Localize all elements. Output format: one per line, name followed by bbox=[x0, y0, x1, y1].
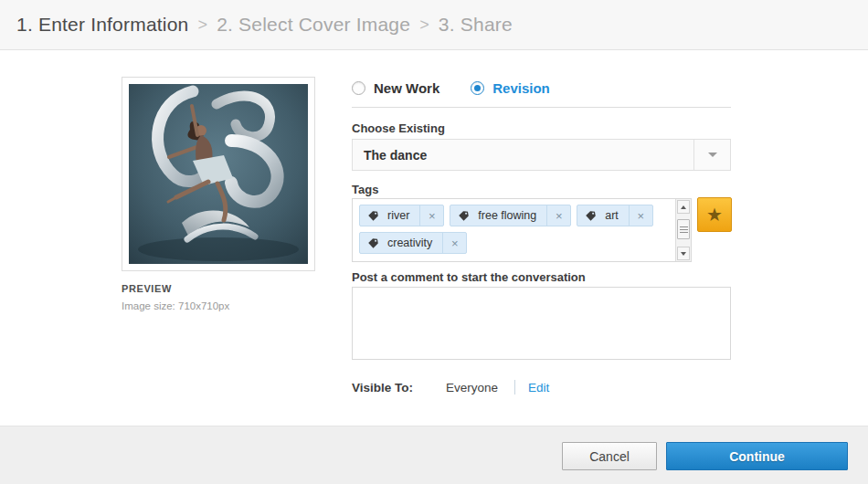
scroll-up-button[interactable] bbox=[677, 200, 690, 214]
chevron-down-icon bbox=[708, 153, 717, 157]
tag-remove-button[interactable]: × bbox=[546, 205, 570, 226]
tag-pill-free-flowing: free flowing × bbox=[450, 205, 571, 226]
tag-label: river bbox=[387, 209, 409, 222]
comment-label: Post a comment to start the conversation bbox=[352, 270, 586, 284]
tags-label: Tags bbox=[352, 183, 378, 196]
choose-existing-label: Choose Existing bbox=[352, 121, 445, 135]
tag-pill-creativity: creativity × bbox=[359, 232, 467, 254]
choose-existing-value: The dance bbox=[353, 148, 693, 163]
breadcrumb-separator: > bbox=[419, 16, 429, 35]
tag-remove-button[interactable]: × bbox=[419, 205, 443, 226]
tag-icon bbox=[458, 210, 470, 222]
tag-icon bbox=[585, 210, 597, 222]
radio-revision-circle[interactable] bbox=[471, 81, 484, 95]
tag-pill-body: art bbox=[577, 205, 629, 226]
scrollbar-grip-icon bbox=[680, 226, 688, 233]
preview-image bbox=[129, 84, 308, 264]
edit-visibility-link[interactable]: Edit bbox=[528, 381, 549, 395]
cancel-button[interactable]: Cancel bbox=[562, 442, 657, 470]
scroll-down-button[interactable] bbox=[677, 247, 690, 260]
form-divider bbox=[352, 107, 731, 108]
tag-icon bbox=[367, 237, 379, 249]
visible-to-value: Everyone bbox=[446, 381, 498, 395]
tag-label: free flowing bbox=[478, 209, 536, 222]
scrollbar-thumb[interactable] bbox=[677, 219, 690, 239]
continue-button[interactable]: Continue bbox=[666, 442, 848, 470]
preview-image-size: Image size: 710x710px bbox=[122, 300, 229, 311]
radio-revision-label: Revision bbox=[492, 80, 550, 96]
upload-wizard-page: 1. Enter Information > 2. Select Cover I… bbox=[0, 0, 868, 484]
radio-new-work[interactable]: New Work bbox=[352, 80, 439, 96]
visibility-row: Visible To: Everyone Edit bbox=[352, 378, 549, 396]
visibility-divider bbox=[514, 380, 515, 395]
tag-pill-body: river bbox=[360, 205, 419, 226]
tag-pill-body: creativity bbox=[360, 233, 442, 253]
tag-label: creativity bbox=[387, 237, 432, 249]
star-icon: ★ bbox=[706, 205, 723, 224]
breadcrumb-step-enter-information: 1. Enter Information bbox=[16, 14, 188, 36]
tag-pill-river: river × bbox=[359, 205, 444, 226]
breadcrumb-step-select-cover-image: 2. Select Cover Image bbox=[217, 14, 410, 36]
feature-star-button[interactable]: ★ bbox=[697, 197, 732, 232]
comment-textarea[interactable] bbox=[352, 287, 731, 360]
tag-pill-art: art × bbox=[577, 205, 653, 226]
tag-icon bbox=[367, 210, 379, 222]
preview-label: PREVIEW bbox=[122, 283, 172, 294]
tag-label: art bbox=[605, 209, 619, 222]
preview-image-frame bbox=[122, 77, 315, 271]
tags-input-box[interactable]: river × free flowing × art × bbox=[352, 198, 692, 262]
breadcrumb: 1. Enter Information > 2. Select Cover I… bbox=[0, 0, 868, 50]
tags-scrollbar[interactable] bbox=[675, 199, 691, 261]
tag-remove-button[interactable]: × bbox=[442, 233, 466, 253]
choose-existing-dropdown[interactable]: The dance bbox=[352, 139, 731, 171]
radio-new-work-label: New Work bbox=[374, 80, 439, 96]
dropdown-arrow-button[interactable] bbox=[693, 140, 730, 170]
visible-to-label: Visible To: bbox=[352, 381, 413, 395]
radio-revision[interactable]: Revision bbox=[471, 80, 550, 96]
arrow-down-icon bbox=[681, 252, 686, 256]
tags-list: river × free flowing × art × bbox=[353, 199, 675, 261]
footer-bar: Cancel Continue bbox=[0, 426, 868, 484]
tag-remove-button[interactable]: × bbox=[629, 205, 652, 226]
work-type-radio-group: New Work Revision bbox=[352, 79, 731, 97]
tag-pill-body: free flowing bbox=[450, 205, 546, 226]
arrow-up-icon bbox=[681, 205, 686, 209]
breadcrumb-step-share: 3. Share bbox=[439, 14, 513, 36]
breadcrumb-separator: > bbox=[197, 16, 207, 35]
radio-new-work-circle[interactable] bbox=[352, 81, 365, 95]
